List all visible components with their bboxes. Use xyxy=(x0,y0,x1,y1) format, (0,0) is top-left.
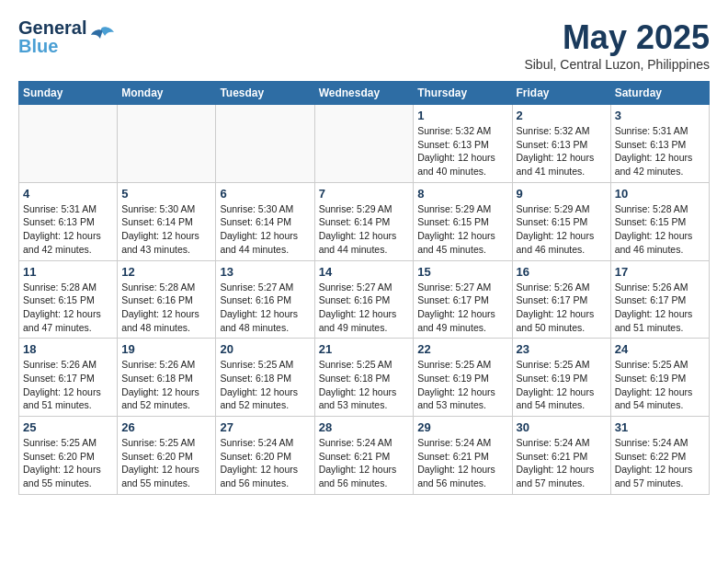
calendar-cell: 30Sunrise: 5:24 AM Sunset: 6:21 PM Dayli… xyxy=(512,417,610,495)
calendar-cell: 9Sunrise: 5:29 AM Sunset: 6:15 PM Daylig… xyxy=(512,182,610,260)
calendar-cell: 14Sunrise: 5:27 AM Sunset: 6:16 PM Dayli… xyxy=(314,260,414,339)
calendar-cell: 6Sunrise: 5:30 AM Sunset: 6:14 PM Daylig… xyxy=(216,182,314,260)
day-number: 18 xyxy=(23,342,113,356)
day-number: 6 xyxy=(220,187,310,201)
day-number: 28 xyxy=(319,420,410,434)
day-info: Sunrise: 5:28 AM Sunset: 6:16 PM Dayligh… xyxy=(121,281,211,335)
day-number: 1 xyxy=(417,109,507,122)
calendar-cell: 17Sunrise: 5:26 AM Sunset: 6:17 PM Dayli… xyxy=(610,260,709,339)
calendar-cell: 20Sunrise: 5:25 AM Sunset: 6:18 PM Dayli… xyxy=(216,339,314,417)
calendar-cell: 8Sunrise: 5:29 AM Sunset: 6:15 PM Daylig… xyxy=(414,182,512,260)
day-info: Sunrise: 5:24 AM Sunset: 6:21 PM Dayligh… xyxy=(517,436,607,490)
day-number: 19 xyxy=(121,342,211,356)
day-info: Sunrise: 5:28 AM Sunset: 6:15 PM Dayligh… xyxy=(23,281,113,335)
day-info: Sunrise: 5:26 AM Sunset: 6:17 PM Dayligh… xyxy=(615,281,705,335)
calendar-cell: 16Sunrise: 5:26 AM Sunset: 6:17 PM Dayli… xyxy=(512,260,610,339)
day-number: 22 xyxy=(417,342,507,356)
calendar-cell: 15Sunrise: 5:27 AM Sunset: 6:17 PM Dayli… xyxy=(414,260,512,339)
day-number: 27 xyxy=(220,420,310,434)
calendar-cell: 24Sunrise: 5:25 AM Sunset: 6:19 PM Dayli… xyxy=(610,339,709,417)
logo-general: General xyxy=(18,18,86,37)
day-info: Sunrise: 5:31 AM Sunset: 6:13 PM Dayligh… xyxy=(615,124,705,178)
weekday-header-wednesday: Wednesday xyxy=(314,82,414,105)
day-number: 3 xyxy=(615,109,705,122)
week-row-5: 25Sunrise: 5:25 AM Sunset: 6:20 PM Dayli… xyxy=(19,417,710,495)
calendar-cell: 25Sunrise: 5:25 AM Sunset: 6:20 PM Dayli… xyxy=(19,417,118,495)
calendar-cell xyxy=(314,105,414,183)
week-row-1: 1Sunrise: 5:32 AM Sunset: 6:13 PM Daylig… xyxy=(19,105,710,183)
weekday-header-monday: Monday xyxy=(118,82,216,105)
day-info: Sunrise: 5:27 AM Sunset: 6:16 PM Dayligh… xyxy=(220,281,310,335)
logo: General Blue xyxy=(18,18,116,55)
page-header: General Blue May 2025 Sibul, Central Luz… xyxy=(18,18,710,72)
calendar-cell: 23Sunrise: 5:25 AM Sunset: 6:19 PM Dayli… xyxy=(512,339,610,417)
day-number: 5 xyxy=(121,187,211,201)
day-info: Sunrise: 5:29 AM Sunset: 6:15 PM Dayligh… xyxy=(417,202,507,257)
day-info: Sunrise: 5:26 AM Sunset: 6:18 PM Dayligh… xyxy=(121,358,211,412)
calendar-cell: 4Sunrise: 5:31 AM Sunset: 6:13 PM Daylig… xyxy=(19,182,118,260)
calendar-cell: 26Sunrise: 5:25 AM Sunset: 6:20 PM Dayli… xyxy=(118,417,216,495)
calendar-table: SundayMondayTuesdayWednesdayThursdayFrid… xyxy=(18,81,710,495)
calendar-cell: 7Sunrise: 5:29 AM Sunset: 6:14 PM Daylig… xyxy=(314,182,414,260)
calendar-cell xyxy=(216,105,314,183)
calendar-cell: 12Sunrise: 5:28 AM Sunset: 6:16 PM Dayli… xyxy=(118,260,216,339)
day-number: 25 xyxy=(23,420,113,434)
location: Sibul, Central Luzon, Philippines xyxy=(524,57,710,72)
day-info: Sunrise: 5:26 AM Sunset: 6:17 PM Dayligh… xyxy=(23,358,113,412)
day-info: Sunrise: 5:25 AM Sunset: 6:19 PM Dayligh… xyxy=(615,358,705,412)
calendar-cell: 1Sunrise: 5:32 AM Sunset: 6:13 PM Daylig… xyxy=(414,105,512,183)
calendar-cell: 27Sunrise: 5:24 AM Sunset: 6:20 PM Dayli… xyxy=(216,417,314,495)
calendar-cell: 11Sunrise: 5:28 AM Sunset: 6:15 PM Dayli… xyxy=(19,260,118,339)
day-number: 24 xyxy=(615,342,705,356)
week-row-2: 4Sunrise: 5:31 AM Sunset: 6:13 PM Daylig… xyxy=(19,182,710,260)
logo-blue: Blue xyxy=(18,37,86,55)
day-number: 29 xyxy=(417,420,507,434)
day-number: 13 xyxy=(220,265,310,279)
day-info: Sunrise: 5:25 AM Sunset: 6:20 PM Dayligh… xyxy=(23,436,113,490)
day-number: 10 xyxy=(615,187,705,201)
day-number: 16 xyxy=(517,265,607,279)
weekday-header-sunday: Sunday xyxy=(19,82,118,105)
title-section: May 2025 Sibul, Central Luzon, Philippin… xyxy=(524,18,710,72)
day-info: Sunrise: 5:31 AM Sunset: 6:13 PM Dayligh… xyxy=(23,202,113,257)
day-info: Sunrise: 5:29 AM Sunset: 6:14 PM Dayligh… xyxy=(319,202,410,257)
calendar-cell: 29Sunrise: 5:24 AM Sunset: 6:21 PM Dayli… xyxy=(414,417,512,495)
calendar-cell: 3Sunrise: 5:31 AM Sunset: 6:13 PM Daylig… xyxy=(610,105,709,183)
calendar-cell: 2Sunrise: 5:32 AM Sunset: 6:13 PM Daylig… xyxy=(512,105,610,183)
week-row-4: 18Sunrise: 5:26 AM Sunset: 6:17 PM Dayli… xyxy=(19,339,710,417)
day-info: Sunrise: 5:27 AM Sunset: 6:16 PM Dayligh… xyxy=(319,281,410,335)
calendar-cell: 5Sunrise: 5:30 AM Sunset: 6:14 PM Daylig… xyxy=(118,182,216,260)
day-info: Sunrise: 5:30 AM Sunset: 6:14 PM Dayligh… xyxy=(121,202,211,257)
weekday-header-row: SundayMondayTuesdayWednesdayThursdayFrid… xyxy=(19,82,710,105)
day-number: 12 xyxy=(121,265,211,279)
day-info: Sunrise: 5:24 AM Sunset: 6:21 PM Dayligh… xyxy=(319,436,410,490)
day-number: 15 xyxy=(417,265,507,279)
calendar-cell: 19Sunrise: 5:26 AM Sunset: 6:18 PM Dayli… xyxy=(118,339,216,417)
day-number: 14 xyxy=(319,265,410,279)
calendar-cell: 13Sunrise: 5:27 AM Sunset: 6:16 PM Dayli… xyxy=(216,260,314,339)
day-number: 7 xyxy=(319,187,410,201)
day-info: Sunrise: 5:32 AM Sunset: 6:13 PM Dayligh… xyxy=(517,124,607,178)
weekday-header-friday: Friday xyxy=(512,82,610,105)
day-info: Sunrise: 5:27 AM Sunset: 6:17 PM Dayligh… xyxy=(417,281,507,335)
day-number: 31 xyxy=(615,420,705,434)
day-number: 9 xyxy=(517,187,607,201)
calendar-cell xyxy=(118,105,216,183)
day-info: Sunrise: 5:32 AM Sunset: 6:13 PM Dayligh… xyxy=(417,124,507,178)
weekday-header-saturday: Saturday xyxy=(610,82,709,105)
day-info: Sunrise: 5:25 AM Sunset: 6:20 PM Dayligh… xyxy=(121,436,211,490)
day-info: Sunrise: 5:24 AM Sunset: 6:21 PM Dayligh… xyxy=(417,436,507,490)
weekday-header-tuesday: Tuesday xyxy=(216,82,314,105)
calendar-cell: 22Sunrise: 5:25 AM Sunset: 6:19 PM Dayli… xyxy=(414,339,512,417)
calendar-cell: 28Sunrise: 5:24 AM Sunset: 6:21 PM Dayli… xyxy=(314,417,414,495)
day-number: 11 xyxy=(23,265,113,279)
day-info: Sunrise: 5:26 AM Sunset: 6:17 PM Dayligh… xyxy=(517,281,607,335)
day-info: Sunrise: 5:24 AM Sunset: 6:22 PM Dayligh… xyxy=(615,436,705,490)
day-number: 30 xyxy=(517,420,607,434)
day-number: 2 xyxy=(517,109,607,122)
day-info: Sunrise: 5:25 AM Sunset: 6:19 PM Dayligh… xyxy=(417,358,507,412)
calendar-cell: 31Sunrise: 5:24 AM Sunset: 6:22 PM Dayli… xyxy=(610,417,709,495)
day-info: Sunrise: 5:25 AM Sunset: 6:18 PM Dayligh… xyxy=(220,358,310,412)
logo-bird-icon xyxy=(88,23,116,51)
day-info: Sunrise: 5:25 AM Sunset: 6:19 PM Dayligh… xyxy=(517,358,607,412)
